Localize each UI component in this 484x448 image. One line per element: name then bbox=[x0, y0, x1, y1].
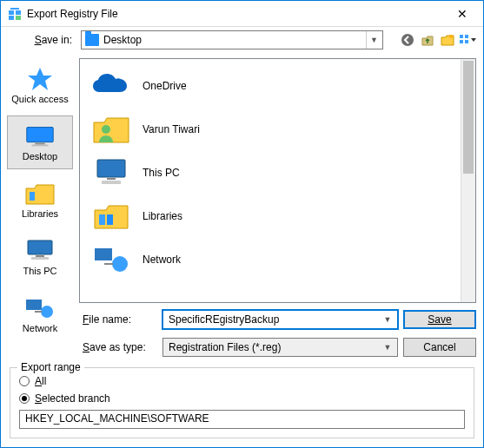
svg-rect-15 bbox=[28, 240, 52, 254]
file-pane-wrap: OneDrive Varun Tiwari This PC Libraries … bbox=[79, 53, 483, 364]
svg-rect-10 bbox=[465, 40, 468, 43]
file-controls: File name: ▼ Save Save as type: Registra… bbox=[79, 303, 476, 362]
save-in-label: Save in: bbox=[8, 34, 77, 46]
vertical-scrollbar[interactable] bbox=[461, 59, 475, 302]
svg-point-19 bbox=[41, 306, 53, 318]
svg-rect-4 bbox=[10, 8, 19, 10]
radio-selected-label: Selected branch bbox=[35, 392, 110, 405]
quick-access-icon bbox=[23, 66, 56, 92]
place-label: Libraries bbox=[22, 208, 58, 219]
list-item[interactable]: This PC bbox=[85, 151, 461, 194]
window-title: Export Registry File bbox=[27, 8, 442, 20]
filename-label: File name: bbox=[79, 313, 157, 326]
scrollbar-thumb[interactable] bbox=[463, 61, 474, 174]
svg-rect-8 bbox=[465, 35, 468, 38]
svg-rect-12 bbox=[35, 143, 44, 145]
location-toolbar-buttons bbox=[399, 31, 476, 49]
svg-rect-24 bbox=[99, 214, 105, 225]
svg-rect-25 bbox=[107, 214, 113, 225]
close-icon: ✕ bbox=[457, 7, 467, 21]
radio-all-row[interactable]: All bbox=[19, 375, 465, 387]
svg-rect-2 bbox=[9, 16, 14, 20]
svg-rect-9 bbox=[460, 40, 463, 43]
svg-point-27 bbox=[112, 256, 128, 272]
location-toolbar: Save in: Desktop ▼ bbox=[1, 27, 483, 53]
button-label: Cancel bbox=[423, 341, 455, 353]
radio-selected-row[interactable]: Selected branch bbox=[19, 392, 465, 405]
place-network[interactable]: Network bbox=[7, 287, 73, 341]
registry-app-icon bbox=[8, 7, 22, 21]
svg-rect-11 bbox=[27, 128, 53, 142]
libraries-icon bbox=[23, 181, 56, 207]
file-list: OneDrive Varun Tiwari This PC Libraries … bbox=[80, 59, 461, 302]
pc-icon bbox=[23, 238, 56, 264]
user-folder-icon bbox=[92, 112, 130, 147]
desktop-icon bbox=[23, 123, 56, 149]
svg-point-20 bbox=[102, 125, 110, 134]
place-label: Desktop bbox=[23, 151, 57, 161]
place-desktop[interactable]: Desktop bbox=[7, 115, 73, 169]
radio-all-label: All bbox=[35, 375, 46, 387]
item-label: Libraries bbox=[143, 210, 182, 222]
main-area: Quick access Desktop Libraries This PC N… bbox=[1, 53, 483, 364]
filename-combo[interactable]: ▼ bbox=[162, 310, 398, 329]
cancel-button[interactable]: Cancel bbox=[403, 338, 476, 357]
list-item[interactable]: Network bbox=[85, 238, 461, 281]
radio-selected-branch[interactable] bbox=[19, 393, 30, 404]
back-button[interactable] bbox=[399, 31, 416, 49]
export-range-legend: Export range bbox=[17, 361, 84, 373]
view-menu-button[interactable] bbox=[459, 31, 476, 49]
selected-branch-input[interactable] bbox=[25, 411, 459, 426]
place-this-pc[interactable]: This PC bbox=[7, 230, 73, 284]
svg-rect-7 bbox=[460, 35, 463, 38]
item-label: Varun Tiwari bbox=[143, 123, 200, 135]
type-label: Save as type: bbox=[79, 341, 157, 353]
save-in-value: Desktop bbox=[103, 34, 142, 46]
close-button[interactable]: ✕ bbox=[442, 1, 481, 26]
svg-rect-3 bbox=[16, 16, 21, 20]
svg-rect-0 bbox=[9, 10, 14, 15]
item-label: OneDrive bbox=[143, 80, 187, 92]
place-label: Quick access bbox=[11, 94, 68, 104]
save-in-combo[interactable]: Desktop ▼ bbox=[81, 30, 383, 49]
onedrive-icon bbox=[92, 69, 130, 103]
svg-point-6 bbox=[449, 35, 453, 38]
place-quick-access[interactable]: Quick access bbox=[7, 58, 73, 112]
titlebar: Export Registry File ✕ bbox=[1, 1, 483, 27]
svg-rect-22 bbox=[107, 178, 116, 180]
svg-rect-21 bbox=[97, 160, 125, 177]
place-label: Network bbox=[23, 323, 57, 333]
chevron-down-icon[interactable]: ▼ bbox=[380, 311, 395, 328]
radio-all[interactable] bbox=[19, 376, 30, 386]
place-label: This PC bbox=[23, 266, 56, 276]
filename-input[interactable] bbox=[169, 312, 380, 327]
list-item[interactable]: Libraries bbox=[85, 194, 461, 238]
item-label: This PC bbox=[143, 167, 180, 179]
chevron-down-icon[interactable]: ▼ bbox=[366, 31, 381, 49]
desktop-folder-icon bbox=[85, 34, 99, 46]
selected-branch-field[interactable] bbox=[19, 410, 465, 429]
svg-point-5 bbox=[401, 34, 414, 46]
export-range-group: Export range All Selected branch bbox=[10, 367, 474, 438]
svg-rect-26 bbox=[95, 248, 112, 260]
file-listing[interactable]: OneDrive Varun Tiwari This PC Libraries … bbox=[79, 58, 476, 303]
libraries-icon bbox=[92, 199, 130, 234]
new-folder-button[interactable] bbox=[439, 31, 456, 49]
save-button[interactable]: Save bbox=[403, 310, 476, 329]
svg-rect-13 bbox=[32, 145, 49, 147]
svg-rect-23 bbox=[102, 181, 121, 184]
places-bar: Quick access Desktop Libraries This PC N… bbox=[1, 53, 79, 364]
up-one-level-button[interactable] bbox=[419, 31, 436, 49]
item-label: Network bbox=[143, 254, 181, 266]
type-value: Registration Files (*.reg) bbox=[169, 341, 380, 353]
svg-rect-1 bbox=[16, 10, 21, 15]
save-as-type-combo[interactable]: Registration Files (*.reg) ▼ bbox=[162, 338, 398, 357]
svg-rect-18 bbox=[26, 300, 42, 310]
svg-rect-16 bbox=[36, 255, 44, 257]
chevron-down-icon[interactable]: ▼ bbox=[380, 339, 395, 356]
network-icon bbox=[23, 295, 56, 321]
list-item[interactable]: Varun Tiwari bbox=[85, 108, 461, 151]
place-libraries[interactable]: Libraries bbox=[7, 173, 73, 227]
list-item[interactable]: OneDrive bbox=[85, 64, 461, 108]
svg-rect-17 bbox=[31, 257, 49, 260]
